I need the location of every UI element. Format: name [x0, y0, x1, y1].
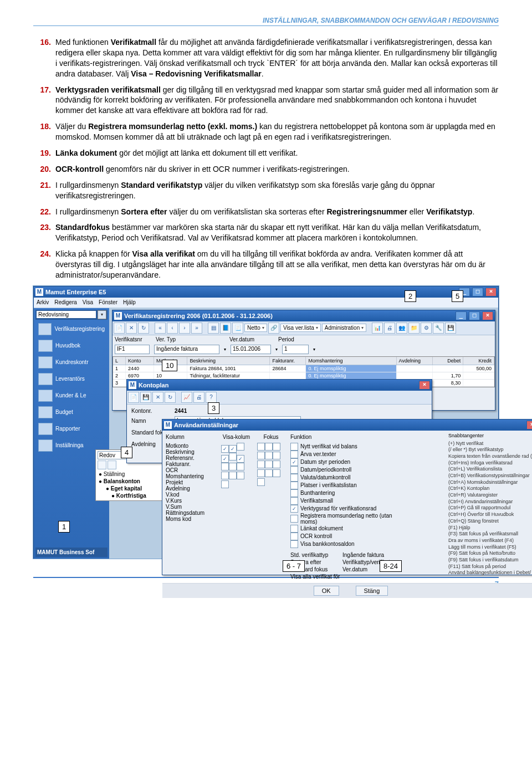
visa-checkbox[interactable] [221, 472, 229, 479]
fokus-checkbox[interactable] [257, 461, 265, 468]
fokus-checkbox[interactable] [265, 469, 273, 477]
funktion-checkbox[interactable] [290, 515, 298, 523]
fokus-checkbox[interactable] [265, 443, 273, 451]
reports-icon[interactable]: 📈 [181, 392, 192, 403]
sidebar-item[interactable]: Huvudbok [35, 337, 108, 354]
funktion-row[interactable]: Verifikatsmall [290, 497, 410, 505]
close-icon[interactable]: × [526, 421, 532, 429]
new-icon[interactable]: 📄 [128, 392, 139, 403]
funktion-row[interactable]: Datum/periodkontroll [290, 466, 410, 474]
save-icon[interactable]: 💾 [140, 392, 151, 403]
funktion-row[interactable]: Bunthantering [290, 489, 410, 497]
window-buttons[interactable]: _ □ × [458, 288, 497, 296]
funktion-checkbox[interactable] [290, 451, 298, 458]
verifikatsnr-input[interactable]: IF1 [115, 345, 150, 354]
std-verifikattyp-dropdown[interactable]: Ingående faktura [342, 552, 398, 558]
last-icon[interactable]: » [191, 323, 202, 334]
funktion-row[interactable]: Ärva ver.texter [290, 451, 410, 458]
funktion-checkbox[interactable]: ✓ [290, 458, 298, 466]
icon-g[interactable]: 💾 [445, 323, 456, 334]
verdatum-input[interactable]: 15.01.2006 [231, 345, 271, 354]
menu-fonster[interactable]: Fönster [99, 299, 117, 305]
tree-icon[interactable]: ▤ [208, 323, 219, 334]
fokus-checkbox[interactable] [257, 443, 265, 451]
menu-hjalp[interactable]: Hjälp [123, 299, 136, 305]
funktion-checkbox[interactable]: ✓ [290, 505, 298, 513]
visa-checkbox[interactable]: ✓ [221, 455, 229, 463]
funktion-checkbox[interactable] [290, 482, 298, 489]
prev-icon[interactable]: ‹ [167, 323, 178, 334]
visa-verlista-dropdown[interactable]: Visa ver.lista [280, 324, 321, 332]
funktion-row[interactable]: ✓Datum styr perioden [290, 458, 410, 466]
ok-button[interactable]: OK [314, 586, 339, 596]
refresh-icon[interactable]: ↻ [165, 392, 176, 403]
funktion-checkbox[interactable] [290, 497, 298, 505]
maximize-icon[interactable]: □ [469, 311, 480, 320]
icon-c[interactable]: 👥 [396, 323, 407, 334]
kontoplan-window-buttons[interactable]: × [418, 381, 430, 390]
funktion-row[interactable]: OCR kontroll [290, 533, 410, 540]
next-icon[interactable]: › [179, 323, 190, 334]
cancel-button[interactable]: Stäng [356, 586, 388, 596]
panel-icon-b[interactable] [108, 461, 116, 469]
first-icon[interactable]: « [155, 323, 166, 334]
link-icon[interactable]: 🔗 [268, 323, 279, 334]
fokus-checkbox[interactable] [273, 469, 280, 477]
delete-icon[interactable]: ✕ [152, 392, 163, 403]
icon-f[interactable]: 🔧 [433, 323, 444, 334]
period-input[interactable]: 1 [282, 345, 309, 354]
visa-checkbox[interactable] [229, 472, 237, 479]
funktion-checkbox[interactable] [290, 443, 298, 451]
menu-visa[interactable]: Visa [83, 299, 93, 305]
close-icon[interactable]: × [482, 311, 493, 320]
visa-checkbox[interactable]: ✓ [237, 455, 244, 463]
page-icon[interactable]: 📃 [232, 323, 243, 334]
sidebar-item[interactable]: Rapporter [35, 421, 108, 437]
visa-checkbox[interactable] [229, 453, 237, 461]
visa-checkbox[interactable] [237, 443, 244, 451]
visa-checkbox[interactable] [221, 480, 229, 488]
verifikat-window-buttons[interactable]: _ □ × [455, 311, 493, 320]
refresh-icon[interactable]: ↻ [138, 323, 149, 334]
fokus-checkbox[interactable] [257, 469, 265, 477]
netto-dropdown[interactable]: Netto [244, 324, 267, 332]
funktion-checkbox[interactable] [290, 489, 298, 497]
funktion-row[interactable]: Valuta/datumkontroll [290, 474, 410, 482]
icon-b[interactable]: 🖨 [384, 323, 395, 334]
funktion-checkbox[interactable] [290, 466, 298, 474]
funktion-checkbox[interactable] [290, 533, 298, 540]
print-icon[interactable]: 🖨 [193, 392, 204, 403]
funktion-checkbox[interactable] [290, 540, 298, 548]
funktion-row[interactable]: Visa bankkontosaldon [290, 540, 410, 548]
funktion-checkbox[interactable] [290, 525, 298, 533]
funktion-row[interactable]: ✓Verktygsrad för verifikationsrad [290, 505, 410, 513]
icon-d[interactable]: 📁 [408, 323, 420, 334]
funktion-row[interactable]: Nytt verifikat vid balans [290, 443, 410, 451]
fokus-checkbox[interactable] [257, 478, 265, 486]
funktion-row[interactable]: Platser i verifikatslistan [290, 482, 410, 489]
new-icon[interactable]: 📄 [114, 323, 125, 334]
delete-icon[interactable]: ✕ [126, 323, 137, 334]
visa-checkbox[interactable] [229, 463, 237, 470]
visa-checkbox[interactable]: ✓ [229, 445, 237, 453]
funktion-row[interactable]: Länkat dokument [290, 525, 410, 533]
sidebar-item[interactable]: Verifikatsregistrering [35, 321, 108, 337]
funktion-row[interactable]: Registrera momsunderlag netto (utan moms… [290, 513, 410, 525]
funktion-checkbox[interactable] [290, 474, 298, 482]
vertyp-input[interactable]: Ingående faktura [154, 345, 219, 354]
minimize-icon[interactable]: _ [456, 311, 467, 320]
panel-icon-a[interactable] [98, 461, 106, 469]
close-icon[interactable]: × [419, 381, 430, 390]
menu-redigera[interactable]: Redigera [54, 299, 77, 305]
sidebar-header[interactable]: Redovisning ▾ [35, 310, 108, 320]
visa-checkbox[interactable] [237, 472, 244, 479]
chevron-down-icon[interactable]: ▾ [98, 310, 106, 319]
icon-e[interactable]: ⚙ [421, 323, 432, 334]
book-icon[interactable]: 📘 [220, 323, 231, 334]
sidebar-item[interactable]: Kundreskontr [35, 354, 108, 371]
fokus-checkbox[interactable] [265, 452, 273, 459]
sidebar-item[interactable]: Leverantörs [35, 371, 108, 387]
close-icon[interactable]: × [485, 288, 497, 296]
fokus-checkbox[interactable] [273, 461, 280, 468]
visa-checkbox[interactable] [221, 463, 229, 470]
